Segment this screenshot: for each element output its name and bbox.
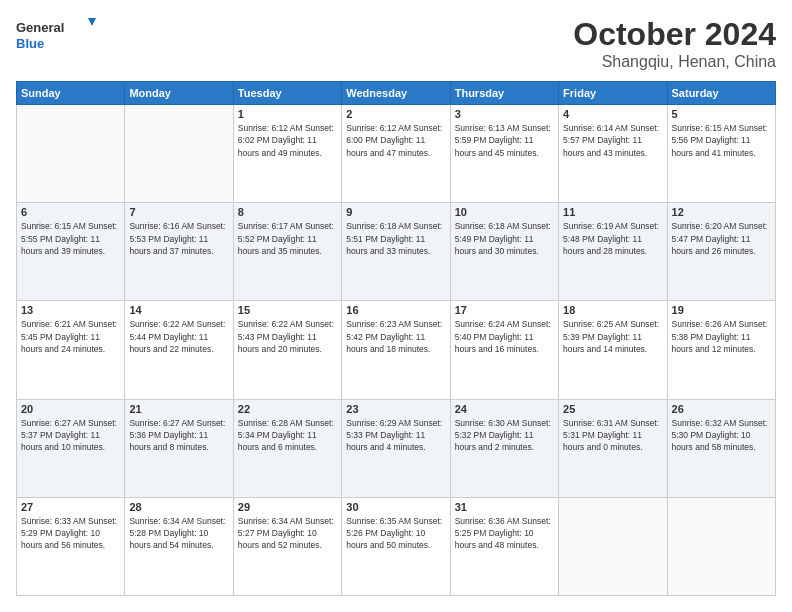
- day-info: Sunrise: 6:19 AM Sunset: 5:48 PM Dayligh…: [563, 220, 662, 257]
- calendar-day-cell: 1Sunrise: 6:12 AM Sunset: 6:02 PM Daylig…: [233, 105, 341, 203]
- day-number: 7: [129, 206, 228, 218]
- day-info: Sunrise: 6:13 AM Sunset: 5:59 PM Dayligh…: [455, 122, 554, 159]
- day-number: 9: [346, 206, 445, 218]
- month-year-title: October 2024: [573, 16, 776, 53]
- calendar-week-row: 13Sunrise: 6:21 AM Sunset: 5:45 PM Dayli…: [17, 301, 776, 399]
- day-info: Sunrise: 6:30 AM Sunset: 5:32 PM Dayligh…: [455, 417, 554, 454]
- day-number: 11: [563, 206, 662, 218]
- day-info: Sunrise: 6:20 AM Sunset: 5:47 PM Dayligh…: [672, 220, 771, 257]
- day-info: Sunrise: 6:12 AM Sunset: 6:02 PM Dayligh…: [238, 122, 337, 159]
- day-info: Sunrise: 6:27 AM Sunset: 5:37 PM Dayligh…: [21, 417, 120, 454]
- day-info: Sunrise: 6:17 AM Sunset: 5:52 PM Dayligh…: [238, 220, 337, 257]
- day-number: 6: [21, 206, 120, 218]
- calendar-week-row: 27Sunrise: 6:33 AM Sunset: 5:29 PM Dayli…: [17, 497, 776, 595]
- day-info: Sunrise: 6:22 AM Sunset: 5:44 PM Dayligh…: [129, 318, 228, 355]
- calendar-day-cell: 12Sunrise: 6:20 AM Sunset: 5:47 PM Dayli…: [667, 203, 775, 301]
- day-number: 31: [455, 501, 554, 513]
- col-header-saturday: Saturday: [667, 82, 775, 105]
- calendar-day-cell: 15Sunrise: 6:22 AM Sunset: 5:43 PM Dayli…: [233, 301, 341, 399]
- calendar-day-cell: 29Sunrise: 6:34 AM Sunset: 5:27 PM Dayli…: [233, 497, 341, 595]
- day-info: Sunrise: 6:21 AM Sunset: 5:45 PM Dayligh…: [21, 318, 120, 355]
- page: General Blue October 2024 Shangqiu, Hena…: [0, 0, 792, 612]
- day-info: Sunrise: 6:34 AM Sunset: 5:27 PM Dayligh…: [238, 515, 337, 552]
- day-info: Sunrise: 6:22 AM Sunset: 5:43 PM Dayligh…: [238, 318, 337, 355]
- day-number: 12: [672, 206, 771, 218]
- calendar-day-cell: [17, 105, 125, 203]
- calendar-day-cell: 25Sunrise: 6:31 AM Sunset: 5:31 PM Dayli…: [559, 399, 667, 497]
- day-number: 23: [346, 403, 445, 415]
- calendar-day-cell: 19Sunrise: 6:26 AM Sunset: 5:38 PM Dayli…: [667, 301, 775, 399]
- day-number: 2: [346, 108, 445, 120]
- day-info: Sunrise: 6:28 AM Sunset: 5:34 PM Dayligh…: [238, 417, 337, 454]
- calendar-day-cell: 20Sunrise: 6:27 AM Sunset: 5:37 PM Dayli…: [17, 399, 125, 497]
- day-number: 16: [346, 304, 445, 316]
- day-number: 27: [21, 501, 120, 513]
- day-info: Sunrise: 6:23 AM Sunset: 5:42 PM Dayligh…: [346, 318, 445, 355]
- day-number: 4: [563, 108, 662, 120]
- day-info: Sunrise: 6:16 AM Sunset: 5:53 PM Dayligh…: [129, 220, 228, 257]
- calendar-day-cell: 17Sunrise: 6:24 AM Sunset: 5:40 PM Dayli…: [450, 301, 558, 399]
- calendar-day-cell: 2Sunrise: 6:12 AM Sunset: 6:00 PM Daylig…: [342, 105, 450, 203]
- calendar-day-cell: 10Sunrise: 6:18 AM Sunset: 5:49 PM Dayli…: [450, 203, 558, 301]
- day-info: Sunrise: 6:15 AM Sunset: 5:55 PM Dayligh…: [21, 220, 120, 257]
- day-info: Sunrise: 6:15 AM Sunset: 5:56 PM Dayligh…: [672, 122, 771, 159]
- col-header-sunday: Sunday: [17, 82, 125, 105]
- calendar-day-cell: 11Sunrise: 6:19 AM Sunset: 5:48 PM Dayli…: [559, 203, 667, 301]
- calendar-day-cell: 5Sunrise: 6:15 AM Sunset: 5:56 PM Daylig…: [667, 105, 775, 203]
- location-subtitle: Shangqiu, Henan, China: [573, 53, 776, 71]
- title-block: October 2024 Shangqiu, Henan, China: [573, 16, 776, 71]
- day-number: 1: [238, 108, 337, 120]
- day-info: Sunrise: 6:27 AM Sunset: 5:36 PM Dayligh…: [129, 417, 228, 454]
- calendar-day-cell: 22Sunrise: 6:28 AM Sunset: 5:34 PM Dayli…: [233, 399, 341, 497]
- calendar-day-cell: 7Sunrise: 6:16 AM Sunset: 5:53 PM Daylig…: [125, 203, 233, 301]
- day-number: 22: [238, 403, 337, 415]
- day-info: Sunrise: 6:36 AM Sunset: 5:25 PM Dayligh…: [455, 515, 554, 552]
- svg-text:Blue: Blue: [16, 36, 44, 51]
- calendar-week-row: 6Sunrise: 6:15 AM Sunset: 5:55 PM Daylig…: [17, 203, 776, 301]
- calendar-day-cell: 9Sunrise: 6:18 AM Sunset: 5:51 PM Daylig…: [342, 203, 450, 301]
- col-header-friday: Friday: [559, 82, 667, 105]
- logo-svg: General Blue: [16, 16, 96, 56]
- calendar-week-row: 20Sunrise: 6:27 AM Sunset: 5:37 PM Dayli…: [17, 399, 776, 497]
- calendar-day-cell: [559, 497, 667, 595]
- logo: General Blue: [16, 16, 96, 56]
- calendar-header-row: SundayMondayTuesdayWednesdayThursdayFrid…: [17, 82, 776, 105]
- calendar-day-cell: 21Sunrise: 6:27 AM Sunset: 5:36 PM Dayli…: [125, 399, 233, 497]
- calendar-table: SundayMondayTuesdayWednesdayThursdayFrid…: [16, 81, 776, 596]
- day-number: 28: [129, 501, 228, 513]
- day-number: 14: [129, 304, 228, 316]
- day-number: 5: [672, 108, 771, 120]
- calendar-day-cell: 23Sunrise: 6:29 AM Sunset: 5:33 PM Dayli…: [342, 399, 450, 497]
- day-number: 25: [563, 403, 662, 415]
- calendar-day-cell: 28Sunrise: 6:34 AM Sunset: 5:28 PM Dayli…: [125, 497, 233, 595]
- calendar-day-cell: 27Sunrise: 6:33 AM Sunset: 5:29 PM Dayli…: [17, 497, 125, 595]
- day-number: 20: [21, 403, 120, 415]
- calendar-week-row: 1Sunrise: 6:12 AM Sunset: 6:02 PM Daylig…: [17, 105, 776, 203]
- calendar-day-cell: 30Sunrise: 6:35 AM Sunset: 5:26 PM Dayli…: [342, 497, 450, 595]
- day-info: Sunrise: 6:12 AM Sunset: 6:00 PM Dayligh…: [346, 122, 445, 159]
- calendar-day-cell: 24Sunrise: 6:30 AM Sunset: 5:32 PM Dayli…: [450, 399, 558, 497]
- day-info: Sunrise: 6:33 AM Sunset: 5:29 PM Dayligh…: [21, 515, 120, 552]
- day-info: Sunrise: 6:18 AM Sunset: 5:49 PM Dayligh…: [455, 220, 554, 257]
- day-number: 13: [21, 304, 120, 316]
- day-number: 8: [238, 206, 337, 218]
- calendar-day-cell: 31Sunrise: 6:36 AM Sunset: 5:25 PM Dayli…: [450, 497, 558, 595]
- day-number: 18: [563, 304, 662, 316]
- calendar-day-cell: 26Sunrise: 6:32 AM Sunset: 5:30 PM Dayli…: [667, 399, 775, 497]
- day-info: Sunrise: 6:31 AM Sunset: 5:31 PM Dayligh…: [563, 417, 662, 454]
- calendar-day-cell: 6Sunrise: 6:15 AM Sunset: 5:55 PM Daylig…: [17, 203, 125, 301]
- day-info: Sunrise: 6:14 AM Sunset: 5:57 PM Dayligh…: [563, 122, 662, 159]
- calendar-day-cell: 4Sunrise: 6:14 AM Sunset: 5:57 PM Daylig…: [559, 105, 667, 203]
- day-info: Sunrise: 6:35 AM Sunset: 5:26 PM Dayligh…: [346, 515, 445, 552]
- day-number: 24: [455, 403, 554, 415]
- day-info: Sunrise: 6:24 AM Sunset: 5:40 PM Dayligh…: [455, 318, 554, 355]
- day-number: 15: [238, 304, 337, 316]
- day-info: Sunrise: 6:32 AM Sunset: 5:30 PM Dayligh…: [672, 417, 771, 454]
- day-info: Sunrise: 6:25 AM Sunset: 5:39 PM Dayligh…: [563, 318, 662, 355]
- day-info: Sunrise: 6:18 AM Sunset: 5:51 PM Dayligh…: [346, 220, 445, 257]
- day-number: 29: [238, 501, 337, 513]
- day-info: Sunrise: 6:29 AM Sunset: 5:33 PM Dayligh…: [346, 417, 445, 454]
- day-number: 19: [672, 304, 771, 316]
- col-header-wednesday: Wednesday: [342, 82, 450, 105]
- calendar-day-cell: 16Sunrise: 6:23 AM Sunset: 5:42 PM Dayli…: [342, 301, 450, 399]
